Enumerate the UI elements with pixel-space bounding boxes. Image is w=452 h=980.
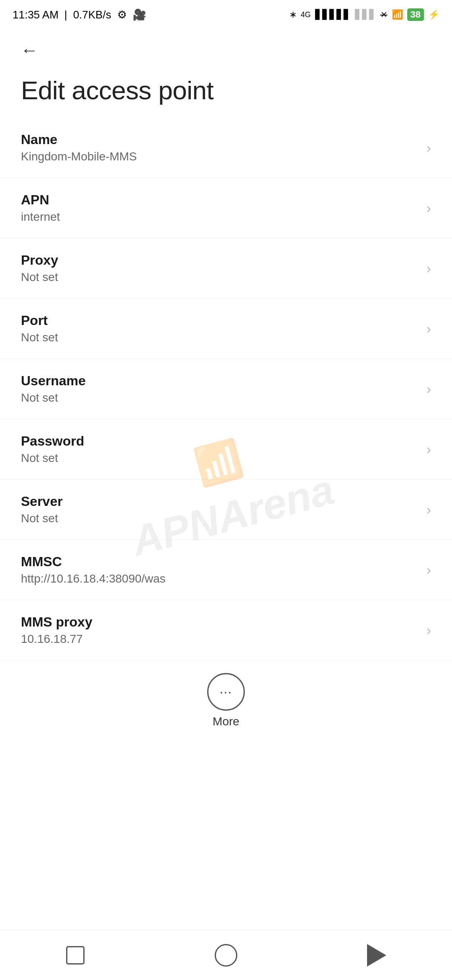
bottom-nav (0, 930, 452, 980)
settings-item-label-mms-proxy: MMS proxy (21, 614, 418, 630)
settings-item-proxy[interactable]: Proxy Not set › (0, 238, 452, 299)
status-separator: | (64, 8, 67, 21)
status-speed: 0.7KB/s (73, 8, 111, 21)
back-button[interactable]: ← (17, 38, 42, 63)
charging-icon: ⚡ (428, 9, 439, 20)
chevron-right-icon: › (426, 562, 431, 578)
settings-item-label-apn: APN (21, 192, 418, 208)
settings-item-value-mms-proxy: 10.16.18.77 (21, 632, 418, 646)
more-dots-icon: ⋯ (219, 685, 233, 699)
battery-icon: 38 (407, 8, 424, 21)
settings-item-value-proxy: Not set (21, 271, 418, 284)
video-icon: 🎥 (133, 8, 146, 21)
status-left: 11:35 AM | 0.7KB/s ⚙ 🎥 (13, 8, 146, 21)
settings-item-mmsc[interactable]: MMSC http://10.16.18.4:38090/was › (0, 540, 452, 600)
back-arrow-icon: ← (21, 41, 38, 59)
signal-4g-icon: 4G (301, 10, 311, 19)
settings-item-value-apn: internet (21, 210, 418, 224)
settings-list: Name Kingdom-Mobile-MMS › APN internet ›… (0, 118, 452, 660)
more-label: More (213, 715, 239, 728)
settings-item-content-name: Name Kingdom-Mobile-MMS (21, 132, 418, 163)
settings-item-value-port: Not set (21, 331, 418, 344)
chevron-right-icon: › (426, 622, 431, 638)
nav-recents-button[interactable] (59, 939, 92, 972)
status-right: ∗ 4G ▋▋▋▋▋ ▋▋▋ ✕ 📶 38 ⚡ (289, 8, 440, 21)
settings-item-label-username: Username (21, 373, 418, 389)
nav-back-button[interactable] (360, 939, 393, 972)
settings-item-content-username: Username Not set (21, 373, 418, 405)
settings-item-content-mmsc: MMSC http://10.16.18.4:38090/was (21, 554, 418, 585)
wifi-icon: 📶 (392, 9, 403, 20)
settings-item-value-mmsc: http://10.16.18.4:38090/was (21, 572, 418, 585)
status-bar: 11:35 AM | 0.7KB/s ⚙ 🎥 ∗ 4G ▋▋▋▋▋ ▋▋▋ ✕ … (0, 0, 452, 29)
page-title: Edit access point (0, 67, 452, 118)
bluetooth-icon: ∗ (289, 9, 297, 20)
settings-item-username[interactable]: Username Not set › (0, 359, 452, 419)
settings-icon: ⚙ (117, 8, 127, 21)
chevron-right-icon: › (426, 139, 431, 156)
settings-item-server[interactable]: Server Not set › (0, 480, 452, 540)
settings-item-mms-proxy[interactable]: MMS proxy 10.16.18.77 › (0, 600, 452, 660)
chevron-right-icon: › (426, 501, 431, 518)
settings-item-content-port: Port Not set (21, 313, 418, 344)
signal-bars-icon: ▋▋▋▋▋ (315, 9, 351, 20)
more-button-container: ⋯ More (0, 660, 452, 737)
recents-icon (66, 946, 85, 965)
settings-item-value-password: Not set (21, 451, 418, 465)
chevron-right-icon: › (426, 381, 431, 397)
back-icon (367, 944, 386, 967)
signal-bars2-icon: ▋▋▋ (355, 9, 376, 20)
chevron-right-icon: › (426, 260, 431, 276)
nav-home-button[interactable] (209, 939, 243, 972)
wifi-off-icon: ✕ (380, 10, 388, 20)
settings-item-password[interactable]: Password Not set › (0, 419, 452, 480)
settings-item-label-port: Port (21, 313, 418, 328)
settings-item-content-apn: APN internet (21, 192, 418, 224)
settings-item-label-mmsc: MMSC (21, 554, 418, 570)
more-button[interactable]: ⋯ (207, 673, 245, 711)
status-time: 11:35 AM (13, 8, 59, 21)
settings-item-value-username: Not set (21, 391, 418, 405)
settings-item-port[interactable]: Port Not set › (0, 299, 452, 359)
chevron-right-icon: › (426, 320, 431, 337)
settings-item-label-password: Password (21, 433, 418, 449)
home-icon (215, 944, 237, 967)
settings-item-label-server: Server (21, 494, 418, 509)
top-nav: ← (0, 29, 452, 67)
settings-item-value-server: Not set (21, 512, 418, 525)
settings-item-name[interactable]: Name Kingdom-Mobile-MMS › (0, 118, 452, 178)
settings-item-apn[interactable]: APN internet › (0, 178, 452, 238)
settings-item-content-password: Password Not set (21, 433, 418, 465)
settings-item-content-server: Server Not set (21, 494, 418, 525)
chevron-right-icon: › (426, 200, 431, 216)
settings-item-content-mms-proxy: MMS proxy 10.16.18.77 (21, 614, 418, 646)
settings-item-value-name: Kingdom-Mobile-MMS (21, 150, 418, 163)
settings-item-label-proxy: Proxy (21, 253, 418, 268)
settings-item-label-name: Name (21, 132, 418, 147)
chevron-right-icon: › (426, 441, 431, 457)
settings-item-content-proxy: Proxy Not set (21, 253, 418, 284)
